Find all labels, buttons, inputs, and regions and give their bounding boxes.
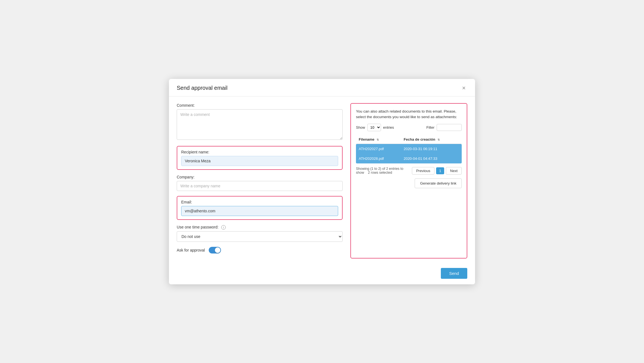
- modal-header: Send approval email ×: [169, 79, 475, 96]
- cell-filename: ATH202028.pdf: [356, 154, 401, 163]
- entries-label: entries: [383, 125, 394, 130]
- approval-toggle-row: Ask for approval: [177, 247, 343, 253]
- show-label: Show: [356, 125, 365, 130]
- recipient-highlight-box: Recipient name:: [177, 146, 343, 170]
- right-column: You can also attach related documents to…: [350, 103, 467, 258]
- fecha-sort-icon[interactable]: ⇅: [437, 138, 440, 141]
- recipient-input[interactable]: [181, 156, 338, 166]
- filename-sort-icon[interactable]: ⇅: [377, 138, 379, 141]
- attach-info-text: You can also attach related documents to…: [356, 109, 462, 120]
- cell-fecha: 2020-04-01 04:47:33: [401, 154, 462, 163]
- generate-delivery-link-button[interactable]: Generate delivery link: [415, 178, 462, 188]
- company-label: Company:: [177, 175, 343, 179]
- filter-label: Filter: [426, 125, 434, 130]
- page-number-button[interactable]: 1: [436, 167, 444, 174]
- recipient-label: Recipient name:: [181, 150, 338, 154]
- cell-filename: ATH202027.pdf: [356, 144, 401, 154]
- pagination-row: Showing (1 to 2) of 2 entries to show 2 …: [356, 167, 462, 175]
- table-row[interactable]: ATH202028.pdf2020-04-01 04:47:33: [356, 154, 462, 163]
- modal-title: Send approval email: [177, 85, 227, 91]
- approval-label: Ask for approval: [177, 248, 205, 252]
- entries-select[interactable]: 10 25 50: [367, 124, 381, 131]
- left-column: Comment: Recipient name: Company: Email:: [177, 103, 343, 258]
- comment-group: Comment:: [177, 103, 343, 141]
- send-row: Send: [169, 265, 475, 284]
- cell-fecha: 2020-03-31 06:19:11: [401, 144, 462, 154]
- otp-label: Use one time password: i: [177, 225, 343, 230]
- approval-toggle[interactable]: [209, 247, 221, 253]
- col-filename: Filename ⇅: [356, 135, 401, 144]
- delivery-row: Generate delivery link: [356, 178, 462, 188]
- comment-input[interactable]: [177, 109, 343, 140]
- company-group: Company:: [177, 175, 343, 191]
- send-button[interactable]: Send: [441, 268, 467, 279]
- company-input[interactable]: [177, 181, 343, 191]
- otp-select[interactable]: Do not use: [177, 231, 343, 242]
- otp-group: Use one time password: i Do not use: [177, 225, 343, 242]
- comment-label: Comment:: [177, 103, 343, 108]
- modal-body: Comment: Recipient name: Company: Email:: [169, 96, 475, 265]
- send-approval-modal: Send approval email × Comment: Recipient…: [169, 79, 475, 284]
- close-button[interactable]: ×: [460, 84, 467, 92]
- col-fecha: Fecha de creación ⇅: [401, 135, 462, 144]
- table-header-row: Filename ⇅ Fecha de creación ⇅: [356, 135, 462, 144]
- filter-input[interactable]: [437, 124, 462, 131]
- next-button[interactable]: Next: [446, 167, 462, 175]
- email-highlight-box: Email:: [177, 196, 343, 220]
- previous-button[interactable]: Previous: [412, 167, 434, 175]
- table-row[interactable]: ATH202027.pdf2020-03-31 06:19:11: [356, 144, 462, 154]
- otp-info-icon: i: [221, 225, 226, 230]
- email-label: Email:: [181, 200, 338, 204]
- show-filter-row: Show 10 25 50 entries Filter: [356, 124, 462, 131]
- document-table: Filename ⇅ Fecha de creación ⇅ ATH202027…: [356, 135, 462, 163]
- pagination-info: Showing (1 to 2) of 2 entries to show 2 …: [356, 167, 410, 175]
- email-input[interactable]: [181, 206, 338, 216]
